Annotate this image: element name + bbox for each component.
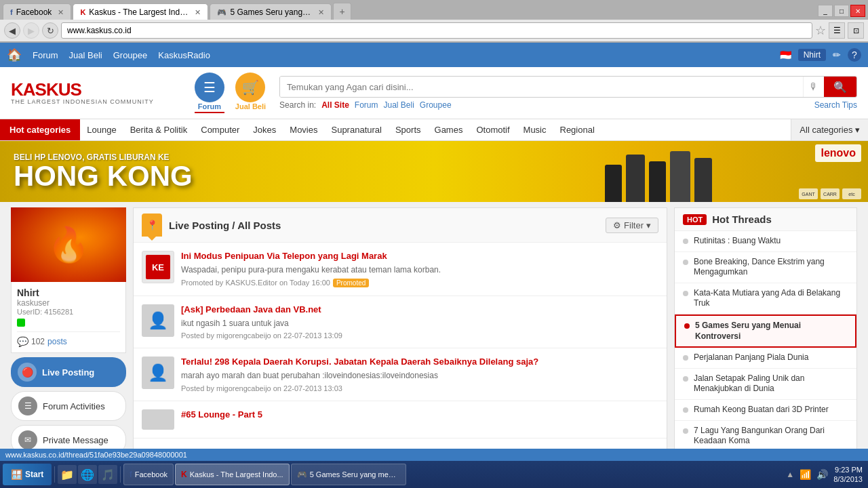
hot-text-2: Bone Breaking, Dance Ekstrim yang Mengag… [694,257,848,278]
minimize-button[interactable]: _ [818,5,833,17]
browser-tab-games[interactable]: 🎮 5 Games Seru yang menu... ✕ [210,3,332,20]
hot-thread-item-4-highlighted[interactable]: 5 Games Seru yang Menuai Kontroversi [675,314,856,348]
search-opt-forum[interactable]: Forum [355,100,378,110]
post-title-1[interactable]: Ini Modus Penipuan Via Telepon yang Lagi… [181,251,658,262]
taskbar-item-games[interactable]: 🎮 5 Games Seru yang menu... [291,464,406,485]
reload-button[interactable]: ↻ [42,22,58,39]
forum-nav-icon[interactable]: ☰ Forum [195,73,224,113]
bookmark-star-icon[interactable]: ☆ [815,23,826,38]
taskbar-item-facebook[interactable]: f Facebook [123,464,174,485]
start-button[interactable]: 🪟 Start [3,464,52,485]
maximize-button[interactable]: □ [834,5,849,17]
hot-thread-item-2[interactable]: Bone Breaking, Dance Ekstrim yang Mengag… [675,252,856,283]
search-opt-jualbeli[interactable]: Jual Beli [384,100,414,110]
edit-icon[interactable]: ✏ [833,49,841,60]
hot-thread-item-3[interactable]: Kata-Kata Mutiara yang Ada di Belakang T… [675,283,856,314]
quick-launch-media[interactable]: 🎵 [98,465,117,484]
username-badge[interactable]: Nhirt [798,49,826,61]
movies-tab[interactable]: Movies [283,119,324,140]
volume-icon[interactable]: 🔊 [816,469,828,480]
post-title-2[interactable]: [Ask] Perbedaan Java dan VB.net [181,304,658,316]
hot-dot-3 [683,291,688,296]
lounge-tab[interactable]: Lounge [80,119,123,140]
filter-button[interactable]: ⚙ Filter ▾ [606,218,658,233]
gear-icon: ⚙ [613,220,621,230]
sidebar-user-role: kaskuser [17,298,120,308]
hot-thread-item-7[interactable]: Rumah Keong Buatan dari 3D Printer [675,400,856,421]
berita-tab[interactable]: Berita & Politik [123,119,195,140]
search-button[interactable]: 🔍 [824,77,856,97]
system-up-icon[interactable]: ▲ [786,470,794,479]
quick-launch-explorer[interactable]: 📁 [58,465,77,484]
hot-thread-item-8[interactable]: 7 Lagu Yang Bangunkan Orang Dari Keadaan… [675,421,856,452]
new-tab-button[interactable]: + [333,3,351,20]
tab-close-kaskus[interactable]: ✕ [195,8,201,17]
tab-close-facebook[interactable]: ✕ [58,8,64,17]
search-opt-groupee[interactable]: Groupee [420,100,452,110]
hot-categories-tab[interactable]: Hot categories [0,119,80,140]
hot-threads-title: Hot Threads [712,214,772,225]
all-categories-button[interactable]: All categories ▾ [791,119,868,140]
hot-dot-7 [683,407,688,413]
otomotif-tab[interactable]: Otomotif [469,119,516,140]
post-title-3[interactable]: Terlalu! 298 Kepala Daerah Korupsi. Jaba… [181,357,658,368]
live-posting-label: Live Posting [42,367,94,378]
music-tab[interactable]: Music [517,119,553,140]
hot-dot-8 [683,428,688,434]
forum-nav-link[interactable]: Forum [33,50,58,60]
jokes-tab[interactable]: Jokes [246,119,283,140]
feed-post-1: KE Ini Modus Penipuan Via Telepon yang L… [134,243,667,296]
help-icon[interactable]: ? [848,48,861,62]
search-input[interactable] [280,77,803,97]
post-meta-1: Promoted by KASKUS.Editor on Today 16:00… [181,279,658,287]
search-mic-button[interactable]: 🎙 [803,77,824,97]
back-button[interactable]: ◀ [4,22,20,39]
advertisement-banner[interactable]: BELI HP LENOVO, GRATIS LIBURAN KE HONG K… [0,141,868,202]
post-meta-3: Posted by migorengcabeijo on 22-07-2013 … [181,384,658,392]
sports-tab[interactable]: Sports [389,119,428,140]
regional-tab[interactable]: Regional [553,119,601,140]
message-icon: 💬 [17,336,28,347]
post-excerpt-1: Waspadai, penipu pura-pura mengaku kerab… [181,264,658,276]
hot-threads-panel: HOT Hot Threads Rutinitas : Buang Waktu … [674,207,857,459]
post-avatar-2: 👤 [142,304,174,337]
close-window-button[interactable]: ✕ [850,5,865,17]
settings-button[interactable]: ☰ [829,22,845,39]
top-navigation: 🏠 Forum Jual Beli Groupee KaskusRadio 🇮🇩… [0,43,868,67]
forum-activities-button[interactable]: ☰ Forum Activities [11,391,126,421]
hot-thread-item-1[interactable]: Rutinitas : Buang Waktu [675,231,856,252]
computer-tab[interactable]: Computer [194,119,246,140]
posts-link[interactable]: posts [47,337,67,346]
jualbeli-nav-link[interactable]: Jual Beli [69,50,102,60]
taskbar-label-facebook: Facebook [135,470,167,479]
browser-status-bar: www.kaskus.co.id/thread/51fa0e93be29a098… [0,449,868,461]
hot-thread-item-5[interactable]: Perjalanan Panjang Piala Dunia [675,348,856,369]
games-tab[interactable]: Games [428,119,470,140]
taskbar-item-kaskus[interactable]: K Kaskus - The Largest Indo... [175,464,290,485]
browser-tab-facebook[interactable]: f Facebook ✕ [3,3,71,20]
kaskusradio-nav-link[interactable]: KaskusRadio [158,50,210,60]
search-opt-allsite[interactable]: All Site [321,100,349,110]
hot-thread-item-6[interactable]: Jalan Setapak Paling Unik dan Menakjubka… [675,369,856,400]
supranatural-tab[interactable]: Supranatural [324,119,388,140]
hot-badge: HOT [683,214,707,225]
post-avatar-1: KE [142,251,174,283]
live-posting-button[interactable]: 🔴 Live Posting [11,357,126,387]
jualbeli-icon-label: Jual Beli [235,102,266,110]
forward-button[interactable]: ▶ [23,22,39,39]
browser-tab-kaskus[interactable]: K Kaskus - The Largest Indo... ✕ [73,3,208,20]
home-icon[interactable]: 🏠 [7,47,22,62]
groupee-nav-link[interactable]: Groupee [113,50,148,60]
jualbeli-nav-icon[interactable]: 🛒 Jual Beli [235,73,266,113]
clock-display: 9:23 PM 8/3/2013 [833,465,863,485]
tab-close-games[interactable]: ✕ [318,8,324,17]
address-bar[interactable]: www.kaskus.co.id [61,22,812,39]
post-content-3: Terlalu! 298 Kepala Daerah Korupsi. Jaba… [181,357,658,392]
hot-text-1: Rutinitas : Buang Waktu [694,236,781,247]
search-tips-link[interactable]: Search Tips [814,100,857,110]
live-feed-panel: 📍 Live Posting / All Posts ⚙ Filter ▾ KE… [133,207,667,459]
quick-launch-ie[interactable]: 🌐 [78,465,97,484]
ie-button[interactable]: ⊡ [848,22,864,39]
kaskus-logo[interactable]: KASKUS THE LARGEST INDONESIAN COMMUNITY [11,81,154,105]
feed-post-4-partial: #65 Lounge - Part 5 [134,401,667,439]
